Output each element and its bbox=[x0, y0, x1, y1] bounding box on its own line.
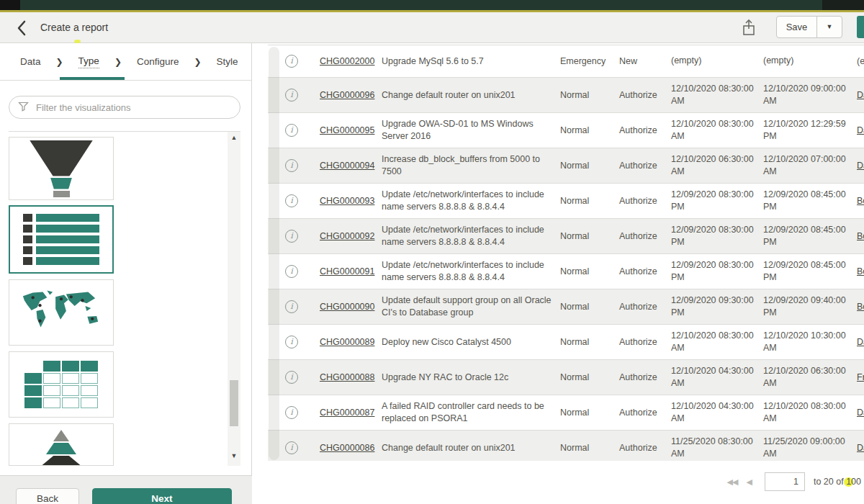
info-icon: i bbox=[285, 89, 298, 102]
report-designer-screen: Create a report Save ▼ Data ❯ Type ❯ Con… bbox=[0, 0, 864, 504]
change-number-link[interactable]: CHG0000096 bbox=[320, 90, 382, 100]
short-description: Update /etc/network/interfaces to includ… bbox=[382, 189, 560, 213]
state-value: Authorize bbox=[619, 266, 671, 276]
funnel-chart-icon bbox=[30, 140, 93, 197]
change-number-link[interactable]: CHG0002000 bbox=[320, 56, 382, 66]
viz-heatmap-thumbnail[interactable] bbox=[9, 351, 114, 418]
change-number-link[interactable]: CHG0000089 bbox=[320, 337, 382, 347]
info-icon: i bbox=[285, 230, 298, 243]
assigned-to-link[interactable]: Dav bbox=[857, 161, 864, 171]
planned-start-date: 12/10/2020 04:30:00 AM bbox=[671, 400, 763, 426]
assigned-to-link[interactable]: Dav bbox=[857, 90, 864, 100]
chevron-down-icon: ▼ bbox=[827, 23, 833, 30]
scroll-area-divider bbox=[9, 131, 240, 132]
back-chevron-icon[interactable] bbox=[14, 19, 30, 37]
chevron-right-icon: ❯ bbox=[114, 57, 122, 67]
page-number-input[interactable] bbox=[765, 472, 805, 491]
viz-funnel-thumbnail[interactable] bbox=[9, 137, 114, 200]
change-table-rows: i CHG0002000 Upgrade MySql 5.6 to 5.7 Em… bbox=[268, 45, 864, 461]
assigned-to-link[interactable]: Dav bbox=[857, 408, 864, 418]
state-value: Authorize bbox=[619, 196, 671, 206]
viz-list-thumbnail-selected[interactable] bbox=[9, 205, 114, 274]
row-info-button[interactable]: i bbox=[285, 89, 320, 102]
row-info-button[interactable]: i bbox=[285, 230, 320, 243]
back-button[interactable]: Back bbox=[16, 488, 79, 504]
sidebar-scrollbar-thumb[interactable] bbox=[230, 380, 238, 426]
previous-page-icon[interactable]: ◀ bbox=[746, 477, 751, 487]
next-button[interactable]: Next bbox=[92, 488, 232, 504]
assigned-to-link[interactable]: Dav bbox=[857, 443, 864, 453]
row-info-button[interactable]: i bbox=[285, 124, 320, 137]
planned-start-date: 12/10/2020 08:30:00 AM bbox=[671, 330, 763, 355]
assigned-to-link[interactable]: (em bbox=[857, 56, 864, 66]
change-number-link[interactable]: CHG0000093 bbox=[320, 196, 382, 206]
table-row: i CHG0000086 Change default router on un… bbox=[268, 431, 864, 461]
save-button[interactable]: Save bbox=[776, 16, 817, 38]
change-number-link[interactable]: CHG0000091 bbox=[320, 266, 382, 276]
tab-configure[interactable]: Configure bbox=[137, 56, 179, 67]
row-info-button[interactable]: i bbox=[285, 265, 320, 278]
info-icon: i bbox=[285, 406, 298, 419]
change-number-link[interactable]: CHG0000087 bbox=[320, 408, 382, 418]
cursor-highlight bbox=[74, 40, 81, 43]
info-icon: i bbox=[285, 336, 298, 348]
save-caret-button[interactable]: ▼ bbox=[816, 16, 842, 38]
filter-input[interactable] bbox=[35, 102, 231, 114]
row-info-button[interactable]: i bbox=[285, 371, 320, 384]
change-number-link[interactable]: CHG0000090 bbox=[320, 302, 382, 312]
change-number-link[interactable]: CHG0000092 bbox=[320, 231, 382, 241]
scroll-down-icon[interactable]: ▼ bbox=[228, 452, 240, 459]
assigned-to-link[interactable]: Fre bbox=[857, 372, 864, 382]
assigned-to-link[interactable]: Dav bbox=[857, 125, 864, 135]
change-number-link[interactable]: CHG0000095 bbox=[320, 125, 382, 135]
state-value: New bbox=[619, 56, 671, 66]
info-icon: i bbox=[285, 159, 298, 172]
world-map-icon bbox=[19, 287, 104, 338]
row-info-button[interactable]: i bbox=[285, 194, 320, 207]
change-number-link[interactable]: CHG0000088 bbox=[320, 372, 382, 382]
short-description: Update /etc/network/interfaces to includ… bbox=[382, 224, 560, 248]
scroll-up-icon[interactable]: ▲ bbox=[228, 134, 240, 141]
viz-map-thumbnail[interactable] bbox=[9, 279, 114, 346]
state-value: Authorize bbox=[619, 90, 671, 100]
row-info-button[interactable]: i bbox=[285, 300, 320, 313]
heatmap-table-icon bbox=[24, 361, 98, 408]
table-row: i CHG0000091 Update /etc/network/interfa… bbox=[268, 254, 864, 289]
short-description: Deploy new Cisco Catalyst 4500 bbox=[382, 336, 560, 348]
share-export-icon[interactable] bbox=[740, 18, 757, 38]
viz-pyramid-thumbnail[interactable] bbox=[9, 423, 114, 466]
tab-data[interactable]: Data bbox=[20, 56, 41, 67]
run-button-partial[interactable] bbox=[857, 16, 864, 38]
assigned-to-link[interactable]: Bow bbox=[857, 231, 864, 241]
change-number-link[interactable]: CHG0000094 bbox=[320, 161, 382, 171]
assigned-to-link[interactable]: Bow bbox=[857, 196, 864, 206]
row-info-button[interactable]: i bbox=[285, 55, 320, 68]
tab-style[interactable]: Style bbox=[217, 56, 238, 67]
row-info-button[interactable]: i bbox=[285, 336, 320, 348]
short-description: Upgrade OWA-SD-01 to MS Windows Server 2… bbox=[382, 118, 560, 143]
info-icon: i bbox=[285, 265, 298, 278]
assigned-to-link[interactable]: Bow bbox=[857, 266, 864, 276]
row-info-button[interactable]: i bbox=[285, 406, 320, 419]
planned-start-date: 12/10/2020 08:30:00 AM bbox=[671, 83, 763, 108]
active-tab-indicator bbox=[60, 77, 125, 80]
row-info-button[interactable]: i bbox=[285, 159, 320, 172]
table-scrollbar[interactable] bbox=[269, 47, 279, 460]
planned-end-date: 12/10/2020 10:30:00 AM bbox=[763, 330, 857, 355]
short-description: Change default router on unix201 bbox=[382, 442, 560, 454]
brand-top-bar bbox=[0, 0, 864, 10]
change-number-link[interactable]: CHG0000086 bbox=[320, 443, 382, 453]
assigned-to-link[interactable]: Dav bbox=[857, 337, 864, 347]
first-page-icon[interactable]: ◀◀ bbox=[727, 477, 738, 487]
planned-start-date: 12/09/2020 08:30:00 PM bbox=[671, 259, 763, 284]
planned-end-date: 12/09/2020 09:40:00 PM bbox=[763, 294, 857, 320]
row-info-button[interactable]: i bbox=[285, 441, 320, 454]
priority-value: Normal bbox=[560, 266, 619, 276]
state-value: Authorize bbox=[619, 372, 671, 382]
planned-end-date: 12/10/2020 09:00:00 AM bbox=[763, 83, 857, 108]
planned-start-date: 12/09/2020 08:30:00 PM bbox=[671, 189, 763, 214]
tab-type[interactable]: Type bbox=[78, 55, 99, 68]
assigned-to-link[interactable]: Bow bbox=[857, 302, 864, 312]
planned-start-date: 12/10/2020 08:30:00 AM bbox=[671, 118, 763, 143]
state-value: Authorize bbox=[619, 337, 671, 347]
